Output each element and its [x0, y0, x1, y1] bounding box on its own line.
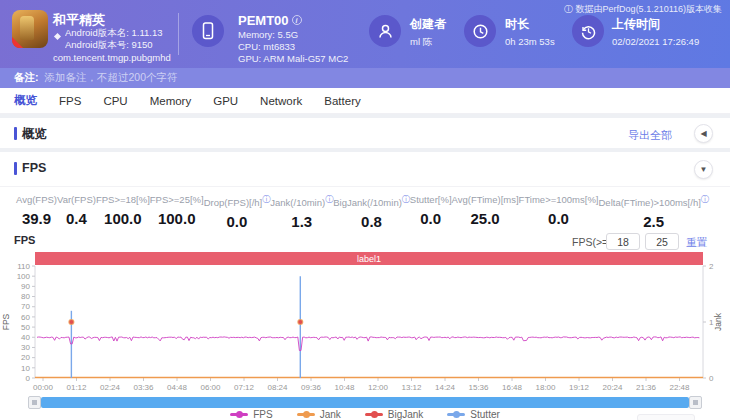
history-clock-icon — [580, 23, 597, 40]
x-tick-label: 03:36 — [133, 383, 154, 392]
x-tick-label: 01:12 — [66, 383, 87, 392]
scrollbar-track[interactable] — [41, 397, 689, 408]
fps-accent-bar — [14, 162, 17, 175]
metric-FPS>=25[%]: FPS>=25[%]100.0 — [150, 194, 204, 230]
x-tick-label: 20:24 — [602, 383, 623, 392]
tab-CPU[interactable]: CPU — [103, 95, 127, 107]
info-icon[interactable]: ⓘ — [325, 195, 333, 204]
scrollbar-left-handle[interactable] — [28, 396, 41, 409]
legend-marker-FPS — [230, 413, 248, 416]
fps-chart-title: FPS — [14, 234, 35, 246]
bigjank-event-dot — [69, 320, 73, 324]
metric-FTime>=100ms[%]: FTime>=100ms[%]0.0 — [519, 194, 599, 230]
metric-BigJank(/10min): BigJank(/10min)ⓘ0.8 — [333, 194, 410, 230]
scrollbar-right-handle[interactable] — [689, 396, 702, 409]
creator-icon-circle — [369, 15, 401, 47]
app-version-code: Android版本号: 9150 — [65, 39, 153, 52]
y-tick-label: 70 — [21, 302, 30, 311]
y-tick-label: 80 — [21, 292, 30, 301]
metric-Stutter[%]: Stutter[%]0.0 — [410, 194, 452, 230]
legend-marker-Jank — [297, 413, 315, 416]
x-tick-label: 21:36 — [636, 383, 657, 392]
chart-legend: FPSJankBigJankStutter — [0, 409, 730, 420]
app-package: com.tencent.tmgp.pubgmhd — [53, 52, 171, 63]
upload-icon-circle — [572, 15, 604, 47]
metric-Avg(FPS): Avg(FPS)39.9 — [16, 194, 57, 230]
fps-chart-svg[interactable]: label10102030405060708090100110FPS012Jan… — [0, 250, 730, 396]
note-label: 备注: — [14, 71, 39, 85]
info-icon[interactable]: ⓘ — [402, 195, 410, 204]
device-cpu: CPU: mt6833 — [238, 41, 295, 52]
upload-time-value: 02/02/2021 17:26:49 — [612, 36, 699, 47]
y-tick-label: 110 — [17, 262, 30, 271]
app-icon — [12, 10, 48, 48]
y2-tick-label: 0 — [709, 374, 714, 383]
legend-item-FPS[interactable]: FPS — [230, 409, 272, 420]
fps-line — [37, 337, 699, 351]
x-tick-label: 19:12 — [569, 383, 590, 392]
fps-threshold-input-high[interactable] — [645, 233, 679, 250]
device-name: PEMT00i — [238, 13, 302, 28]
tab-Network[interactable]: Network — [260, 95, 302, 107]
x-tick-label: 18:00 — [535, 383, 556, 392]
upload-time-label: 上传时间 — [612, 16, 660, 33]
tab-FPS[interactable]: FPS — [59, 95, 81, 107]
x-tick-label: 22:48 — [669, 383, 690, 392]
x-tick-label: 02:24 — [100, 383, 121, 392]
x-tick-label: 04:48 — [167, 383, 188, 392]
x-tick-label: 06:00 — [200, 383, 221, 392]
legend-marker-Stutter — [447, 413, 465, 416]
header-divider — [178, 13, 179, 55]
info-icon[interactable]: ⓘ — [701, 195, 709, 204]
overview-accent-bar — [14, 127, 17, 140]
device-icon-circle — [192, 15, 224, 47]
app-icon-badge — [12, 37, 23, 48]
tab-概览[interactable]: 概览 — [14, 93, 37, 108]
right-axis-title: Jank — [713, 312, 723, 331]
fps-collapse-button[interactable]: ▼ — [694, 160, 713, 179]
x-tick-label: 08:24 — [267, 383, 288, 392]
x-tick-label: 12:00 — [368, 383, 389, 392]
tab-Battery[interactable]: Battery — [324, 95, 360, 107]
device-info-icon[interactable]: i — [292, 15, 302, 25]
y-tick-label: 0 — [26, 374, 31, 383]
collapse-down-icon: ▼ — [700, 165, 708, 174]
person-icon — [377, 23, 394, 40]
phone-icon — [200, 22, 216, 40]
y-tick-label: 60 — [21, 313, 30, 322]
y-tick-label: 100 — [17, 272, 31, 281]
x-tick-label: 14:24 — [435, 383, 456, 392]
creator-value: ml 陈 — [410, 36, 432, 49]
x-tick-label: 10:48 — [334, 383, 355, 392]
note-input-bar[interactable]: 备注: 添加备注，不超过200个字符 — [0, 68, 730, 88]
legend-item-Jank[interactable]: Jank — [297, 409, 341, 420]
overview-collapse-button[interactable]: ◀ — [694, 124, 713, 143]
metrics-row: Avg(FPS)39.9Var(FPS)0.4FPS>=18[%]100.0FP… — [16, 194, 678, 230]
fps-threshold-input-low[interactable] — [606, 233, 640, 250]
report-header: 和平精英 Android版本名: 1.11.13 Android版本号: 915… — [0, 0, 730, 68]
device-memory: Memory: 5.5G — [238, 29, 298, 40]
fps-header-divider — [0, 186, 730, 187]
diamond-bullet-icon — [54, 33, 61, 40]
legend-marker-BigJank — [365, 413, 383, 416]
reset-link[interactable]: 重置 — [686, 236, 707, 250]
legend-item-BigJank[interactable]: BigJank — [365, 409, 424, 420]
y-tick-label: 40 — [21, 333, 30, 342]
x-tick-label: 00:00 — [33, 383, 54, 392]
metric-FPS>=18[%]: FPS>=18[%]100.0 — [96, 194, 150, 230]
tab-GPU[interactable]: GPU — [213, 95, 238, 107]
tab-Memory[interactable]: Memory — [150, 95, 192, 107]
export-all-link[interactable]: 导出全部 — [628, 128, 672, 143]
y-tick-label: 50 — [21, 323, 30, 332]
duration-value: 0h 23m 53s — [505, 36, 555, 47]
x-tick-label: 13:12 — [401, 383, 422, 392]
y-tick-label: 30 — [21, 343, 30, 352]
metric-Var(FPS): Var(FPS)0.4 — [57, 194, 96, 230]
y2-tick-label: 2 — [709, 262, 714, 271]
fps-section-card: FPS ▼ Avg(FPS)39.9Var(FPS)0.4FPS>=18[%]1… — [0, 152, 730, 420]
info-icon[interactable]: ⓘ — [262, 195, 270, 204]
legend-item-Stutter[interactable]: Stutter — [447, 409, 499, 420]
collapse-left-icon: ◀ — [700, 129, 706, 138]
x-tick-label: 16:48 — [502, 383, 523, 392]
x-tick-label: 07:12 — [234, 383, 255, 392]
